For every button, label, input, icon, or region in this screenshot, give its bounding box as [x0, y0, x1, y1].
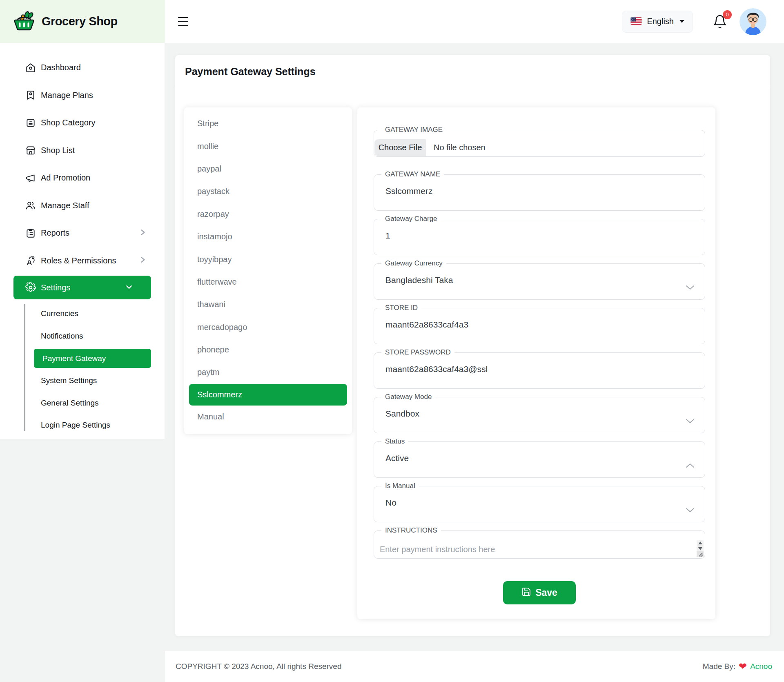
chevron-down-icon [686, 419, 695, 423]
field-is-manual: Is Manual No [374, 481, 705, 522]
sidebar-item-label: Dashboard [41, 63, 81, 72]
card-header: Payment Gateway Settings [175, 55, 770, 88]
brand-name: Grocery Shop [42, 15, 118, 28]
users-icon [25, 200, 36, 211]
bookmark-icon [25, 90, 36, 100]
status-select[interactable]: Active [374, 446, 705, 463]
chevron-down-icon [679, 20, 684, 23]
field-label: Gateway Mode [381, 392, 435, 401]
sidebar-item-ad-promotion[interactable]: Ad Promotion [0, 164, 165, 192]
store-password-input[interactable] [374, 357, 688, 374]
notifications-button[interactable]: 0 [713, 14, 727, 29]
menu-toggle-icon[interactable] [176, 16, 190, 28]
gateway-list-item[interactable]: flutterwave [189, 271, 347, 293]
category-card-icon [25, 118, 36, 128]
save-button[interactable]: Save [503, 581, 576, 604]
made-by-brand-link[interactable]: Acnoo [750, 662, 772, 671]
made-by-label: Made By: [703, 662, 735, 671]
choose-file-button[interactable]: Choose File [374, 139, 426, 156]
sidebar-item-label: Shop List [41, 146, 75, 155]
scroll-up-button[interactable] [697, 540, 704, 546]
sidebar-item-general-settings[interactable]: General Settings [0, 392, 165, 415]
sidebar-item-manage-plans[interactable]: Manage Plans [0, 82, 165, 109]
language-selector[interactable]: English [622, 11, 693, 33]
footer: COPYRIGHT © 2023 Acnoo, All rights Reser… [165, 651, 784, 682]
sidebar-item-payment-gateway[interactable]: Payment Gateway [34, 349, 151, 368]
chevron-down-icon [686, 508, 695, 513]
sidebar-item-label: Settings [41, 283, 70, 292]
gateway-list-item[interactable]: phonepe [189, 339, 347, 361]
sub-item-label: Notifications [41, 332, 83, 341]
gateway-form: GATEWAY IMAGE Choose File No file chosen… [357, 107, 715, 619]
sidebar-item-shop-category[interactable]: Shop Category [0, 109, 165, 137]
resize-grip[interactable] [697, 551, 704, 557]
chevron-down-icon [686, 285, 695, 290]
gateway-currency-select[interactable]: Bangladeshi Taka [374, 268, 705, 285]
gateway-list-item[interactable]: mercadopago [189, 316, 347, 339]
sidebar-item-shop-list[interactable]: Shop List [0, 137, 165, 165]
sidebar-item-login-page-settings[interactable]: Login Page Settings [0, 414, 165, 437]
gateway-list-item[interactable]: thawani [189, 293, 347, 316]
us-flag-icon [630, 17, 642, 26]
field-label: GATEWAY IMAGE [381, 125, 446, 134]
instructions-textarea[interactable] [380, 545, 688, 557]
page-title: Payment Gateway Settings [185, 66, 316, 78]
user-avatar[interactable] [739, 8, 766, 35]
field-gateway-currency: Gateway Currency Bangladeshi Taka [374, 259, 705, 300]
sub-item-label: General Settings [41, 399, 99, 408]
gateway-list-item[interactable]: mollie [189, 135, 347, 157]
gateway-name-input[interactable] [374, 179, 688, 196]
field-label: STORE PASSWORD [381, 348, 454, 357]
gateway-list-item[interactable]: Manual [189, 406, 347, 428]
field-label: Is Manual [381, 481, 419, 490]
is-manual-select[interactable]: No [374, 490, 705, 508]
brand-logo-area[interactable]: Grocery Shop [0, 0, 165, 43]
gateway-list-item[interactable]: paytm [189, 361, 347, 383]
gateway-mode-select[interactable]: Sandbox [374, 401, 705, 419]
main-content: Payment Gateway Settings Stripemolliepay… [165, 43, 784, 636]
sidebar-item-system-settings[interactable]: System Settings [0, 370, 165, 392]
settings-submenu: Currencies Notifications Payment Gateway… [0, 303, 165, 437]
copyright-text: COPYRIGHT © 2023 Acnoo, All rights Reser… [176, 662, 342, 671]
sidebar-item-reports[interactable]: Reports [0, 219, 165, 247]
sub-item-label: Currencies [41, 309, 78, 318]
sub-item-label: Payment Gateway [42, 354, 106, 363]
store-icon [25, 145, 36, 156]
textarea-scrollbar[interactable] [697, 540, 704, 557]
sidebar-item-label: Reports [41, 228, 69, 238]
chevron-down-icon [126, 284, 132, 291]
gateway-list-item[interactable]: instamojo [189, 225, 347, 248]
chevron-right-icon [140, 229, 146, 237]
sub-item-label: System Settings [41, 376, 97, 385]
gateway-list-item[interactable]: paypal [189, 158, 347, 180]
gateway-charge-input[interactable] [374, 223, 688, 241]
sidebar-item-currencies[interactable]: Currencies [0, 303, 165, 325]
field-gateway-name: GATEWAY NAME [374, 170, 705, 211]
save-button-label: Save [535, 587, 557, 598]
gateway-list-item[interactable]: toyyibpay [189, 248, 347, 270]
store-id-input[interactable] [374, 312, 688, 330]
sidebar-item-label: Shop Category [41, 118, 95, 127]
home-icon [25, 62, 36, 73]
sidebar-item-label: Manage Staff [41, 201, 89, 210]
field-store-id: STORE ID [374, 303, 705, 344]
gateway-list-item[interactable]: razorpay [189, 203, 347, 225]
sidebar-item-roles-permissions[interactable]: Roles & Permissions [0, 247, 165, 275]
field-label: Gateway Charge [381, 214, 441, 223]
field-label: Status [381, 437, 408, 446]
clipboard-icon [25, 228, 36, 238]
gateway-list-item[interactable]: paystack [189, 180, 347, 203]
sidebar-item-dashboard[interactable]: Dashboard [0, 54, 165, 82]
sidebar-item-notifications[interactable]: Notifications [0, 325, 165, 348]
sidebar-item-label: Manage Plans [41, 91, 93, 100]
field-instructions: INSTRUCTIONS [374, 526, 705, 559]
sidebar-item-manage-staff[interactable]: Manage Staff [0, 192, 165, 220]
sidebar-item-settings[interactable]: Settings [13, 276, 151, 299]
scroll-down-button[interactable] [697, 546, 704, 551]
field-label: GATEWAY NAME [381, 170, 444, 179]
sidebar-item-label: Roles & Permissions [41, 256, 116, 265]
field-gateway-image: GATEWAY IMAGE Choose File No file chosen [374, 125, 705, 157]
gateway-list-item[interactable]: Sslcommerz [189, 384, 347, 406]
field-gateway-mode: Gateway Mode Sandbox [374, 392, 705, 433]
gateway-list-item[interactable]: Stripe [189, 112, 347, 135]
